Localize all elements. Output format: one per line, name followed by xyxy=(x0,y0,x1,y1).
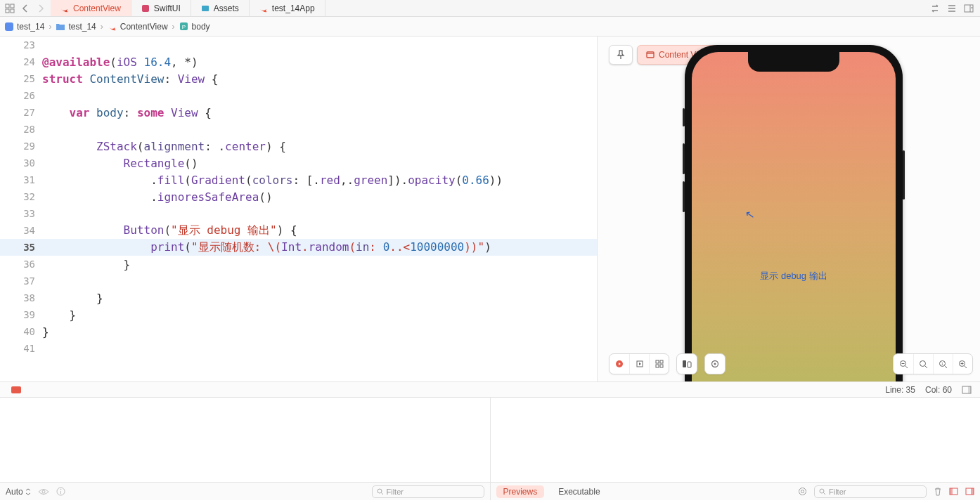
caret-line-label: Line: 35 xyxy=(885,385,915,395)
code-line[interactable]: 27 var body: some View { xyxy=(0,104,597,121)
code-text: print("显示随机数: \(Int.random(in: 0..<10000… xyxy=(42,240,597,255)
gutter-line-number: 37 xyxy=(0,275,42,287)
selectable-button[interactable] xyxy=(629,354,649,374)
svg-rect-19 xyxy=(656,365,659,367)
breadcrumb-item[interactable]: body xyxy=(192,22,210,32)
code-line[interactable]: 31 .fill(Gradient(colors: [.red,.green])… xyxy=(0,171,597,188)
code-line[interactable]: 34 Button("显示 debug 输出") { xyxy=(0,222,597,239)
code-line[interactable]: 25struct ContentView: View { xyxy=(0,70,597,87)
zoom-out-button[interactable] xyxy=(894,354,913,374)
device-settings-button[interactable] xyxy=(677,354,697,374)
code-line[interactable]: 30 Rectangle() xyxy=(0,155,597,171)
toggle-left-pane-icon[interactable] xyxy=(949,488,958,495)
preview-toolbar xyxy=(609,353,726,374)
code-line[interactable]: 35 print("显示随机数: \(Int.random(in: 0..<10… xyxy=(0,239,597,256)
zoom-controls: 1 xyxy=(893,353,973,374)
nav-forward-icon[interactable] xyxy=(35,3,46,14)
auto-dropdown[interactable]: Auto xyxy=(6,487,31,497)
previews-pill[interactable]: Previews xyxy=(496,485,545,498)
code-line[interactable]: 37 xyxy=(0,273,597,289)
svg-rect-10 xyxy=(5,22,13,31)
caret-col-label: Col: 60 xyxy=(925,385,952,395)
svg-rect-52 xyxy=(971,488,974,495)
code-text: ZStack(alignment: .center) { xyxy=(42,140,597,153)
svg-point-28 xyxy=(920,360,926,366)
preview-button-text[interactable]: 显示 debug 输出 xyxy=(692,270,896,282)
code-line[interactable]: 28 xyxy=(0,121,597,138)
svg-rect-22 xyxy=(688,362,691,367)
list-icon[interactable] xyxy=(946,3,958,14)
code-line[interactable]: 26 xyxy=(0,87,597,104)
svg-point-45 xyxy=(799,488,806,495)
nav-back-icon[interactable] xyxy=(20,3,31,14)
variables-view[interactable]: Auto Filter xyxy=(0,398,491,500)
live-button[interactable] xyxy=(610,354,629,374)
breadcrumb-item[interactable]: ContentView xyxy=(120,22,168,32)
code-text: Button("显示 debug 输出") { xyxy=(42,223,597,238)
code-line[interactable]: 23 xyxy=(0,37,597,53)
code-line[interactable]: 41 xyxy=(0,340,597,357)
phone-notch xyxy=(748,52,839,72)
variables-filter[interactable]: Filter xyxy=(372,485,484,498)
tab-test14app[interactable]: test_14App xyxy=(250,0,325,16)
tabbar-right-controls xyxy=(924,0,980,16)
breadcrumb-item[interactable]: test_14 xyxy=(68,22,96,32)
variants-button[interactable] xyxy=(649,354,669,374)
executable-pill[interactable]: Executable xyxy=(551,485,607,498)
add-pane-icon[interactable] xyxy=(963,3,974,14)
phone-screen[interactable]: 显示 debug 输出 xyxy=(692,52,896,381)
breadcrumb-item[interactable]: test_14 xyxy=(17,22,44,32)
tab-contentview[interactable]: ContentView xyxy=(51,0,131,16)
code-line[interactable]: 32 .ignoresSafeArea() xyxy=(0,188,597,205)
tab-bar: ContentView SwiftUI Assets test_14App xyxy=(0,0,980,17)
swap-icon[interactable] xyxy=(929,3,941,14)
gutter-line-number: 30 xyxy=(0,157,42,169)
code-editor[interactable]: 2324@available(iOS 16.4, *)25struct Cont… xyxy=(0,37,597,381)
tab-swiftui[interactable]: SwiftUI xyxy=(131,0,191,16)
code-text: .ignoresSafeArea() xyxy=(42,190,597,204)
tab-assets[interactable]: Assets xyxy=(191,0,250,16)
svg-point-46 xyxy=(801,490,804,493)
phone-side-button xyxy=(903,150,905,200)
code-line[interactable]: 38 } xyxy=(0,289,597,306)
gutter-line-number: 40 xyxy=(0,326,42,337)
code-line[interactable]: 40} xyxy=(0,323,597,340)
tab-label: SwiftUI xyxy=(154,4,181,13)
pin-button[interactable] xyxy=(609,45,633,65)
target-icon[interactable] xyxy=(798,487,807,496)
zoom-fit-button[interactable] xyxy=(913,354,933,374)
code-line[interactable]: 33 xyxy=(0,205,597,222)
assets-icon xyxy=(201,4,209,13)
code-text: Rectangle() xyxy=(42,157,597,170)
code-line[interactable]: 29 ZStack(alignment: .center) { xyxy=(0,138,597,155)
grid-icon[interactable] xyxy=(4,3,15,14)
info-icon[interactable] xyxy=(56,487,65,496)
gutter-line-number: 35 xyxy=(0,242,42,253)
swift-icon xyxy=(108,22,117,32)
zoom-actual-button[interactable]: 1 xyxy=(933,354,953,374)
svg-rect-13 xyxy=(647,52,654,58)
toggle-minimap-icon[interactable] xyxy=(962,386,972,394)
console-output[interactable]: Previews Executable Filter xyxy=(491,398,981,500)
svg-text:1: 1 xyxy=(941,361,943,365)
code-line[interactable]: 24@available(iOS 16.4, *) xyxy=(0,53,597,70)
console-filter[interactable]: Filter xyxy=(814,485,927,498)
gutter-line-number: 25 xyxy=(0,73,42,84)
code-text: struct ContentView: View { xyxy=(42,72,597,86)
preview-settings-group xyxy=(704,353,726,374)
swiftui-icon xyxy=(141,4,150,13)
code-line[interactable]: 39 } xyxy=(0,306,597,323)
code-text: @available(iOS 16.4, *) xyxy=(42,55,597,69)
preview-settings-button[interactable] xyxy=(705,354,725,374)
svg-point-43 xyxy=(378,489,382,493)
svg-line-48 xyxy=(824,492,826,495)
gutter-line-number: 27 xyxy=(0,107,42,118)
zoom-in-button[interactable] xyxy=(953,354,972,374)
eye-icon[interactable] xyxy=(38,488,49,495)
trash-icon[interactable] xyxy=(934,487,942,496)
phone-side-button xyxy=(683,181,685,212)
breadcrumb: test_14 › test_14 › ContentView › P body xyxy=(0,17,980,37)
toggle-right-pane-icon[interactable] xyxy=(965,488,974,495)
code-line[interactable]: 36 } xyxy=(0,256,597,273)
filter-icon xyxy=(377,488,384,495)
